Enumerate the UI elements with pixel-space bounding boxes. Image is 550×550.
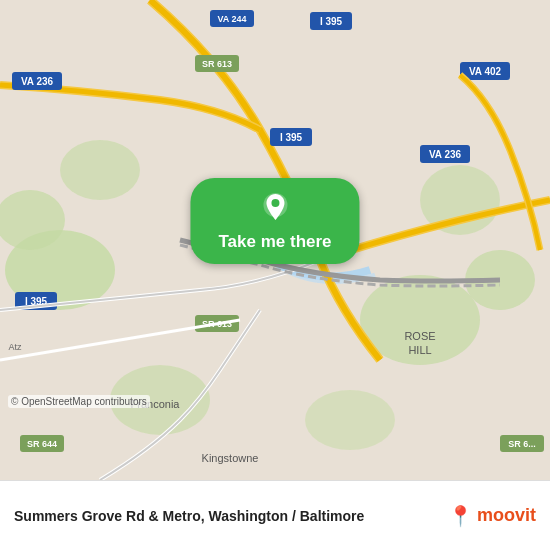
map-container: I 395 I 395 I 395 VA 236 VA 236 VA 402 S… [0,0,550,480]
svg-text:I 395: I 395 [320,16,343,27]
svg-text:VA 236: VA 236 [21,76,54,87]
bottom-bar: Summers Grove Rd & Metro, Washington / B… [0,480,550,550]
moovit-pin-icon: 📍 [448,504,473,528]
svg-text:HILL: HILL [408,344,431,356]
take-me-there-button[interactable]: Take me there [190,178,359,264]
svg-text:SR 613: SR 613 [202,59,232,69]
svg-text:Kingstowne: Kingstowne [202,452,259,464]
take-me-there-label: Take me there [218,232,331,252]
svg-text:I 395: I 395 [280,132,303,143]
svg-text:SR 6...: SR 6... [508,439,536,449]
bottom-info: Summers Grove Rd & Metro, Washington / B… [14,508,440,524]
moovit-brand-text: moovit [477,505,536,526]
svg-point-37 [271,199,279,207]
copyright-text: © OpenStreetMap contributors [8,395,150,408]
svg-text:VA 236: VA 236 [429,149,462,160]
svg-point-8 [305,390,395,450]
svg-text:ROSE: ROSE [404,330,435,342]
svg-point-7 [60,140,140,200]
svg-text:Atz: Atz [8,342,22,352]
svg-text:VA 402: VA 402 [469,66,502,77]
svg-text:VA 244: VA 244 [217,14,246,24]
location-pin-icon [257,190,293,226]
moovit-logo: 📍 moovit [448,504,536,528]
svg-text:SR 644: SR 644 [27,439,57,449]
destination-text: Summers Grove Rd & Metro, Washington / B… [14,508,440,524]
